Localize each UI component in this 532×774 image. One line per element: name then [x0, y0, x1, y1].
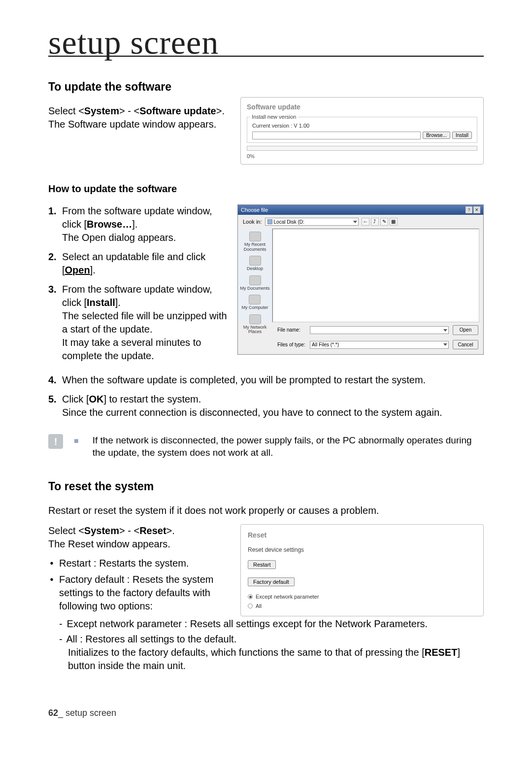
computer-icon — [249, 295, 261, 304]
choose-file-dialog: Choose file ? ✕ Look in: Local Disk (D: … — [237, 204, 484, 355]
software-update-panel: Software update Install new version Curr… — [240, 97, 484, 165]
views-icon[interactable]: ▦ — [390, 218, 398, 226]
filename-label: File name: — [277, 327, 307, 334]
firmware-path-input[interactable] — [252, 132, 421, 139]
step-1: From the software update window, click [… — [62, 204, 231, 244]
step-4: When the software update is completed, y… — [62, 373, 484, 387]
caution-icon: ! — [48, 434, 63, 449]
recent-icon — [249, 232, 261, 241]
places-desktop[interactable]: Desktop — [247, 256, 263, 271]
back-icon[interactable]: ← — [362, 218, 369, 226]
network-icon — [249, 314, 261, 324]
places-mydocs[interactable]: My Documents — [240, 275, 269, 291]
factory-default-button[interactable]: Factory default — [248, 577, 295, 586]
filetypes-label: Files of type: — [277, 341, 307, 348]
places-bar: My Recent Documents Desktop My Documents… — [238, 229, 272, 322]
page-number: 62 — [48, 708, 58, 718]
open-button[interactable]: Open — [453, 325, 478, 335]
install-new-version-legend: Install new version — [250, 113, 298, 121]
places-network[interactable]: My Network Places — [238, 314, 272, 335]
bullet-restart: Restart : Restarts the system. — [59, 557, 189, 570]
step-2: Select an updatable file and click [Open… — [62, 250, 231, 277]
lookin-dropdown[interactable]: Local Disk (D: — [265, 218, 359, 226]
chevron-down-icon — [443, 329, 447, 332]
cancel-button[interactable]: Cancel — [453, 340, 478, 350]
lookin-label: Look in: — [243, 218, 262, 226]
radio-all[interactable]: All — [248, 603, 476, 610]
up-folder-icon[interactable]: ⤴ — [371, 218, 379, 226]
caution-text: If the network is disconnected, the powe… — [93, 434, 484, 459]
howto-heading: How to update the software — [48, 182, 484, 196]
drive-icon — [267, 219, 272, 224]
update-progress-percent: 0% — [247, 153, 477, 160]
bullet-icon: ■ — [74, 436, 79, 446]
software-update-title: Software update — [247, 102, 477, 112]
step-5: Click [OK] to restart the system. Since … — [62, 393, 484, 419]
places-recent[interactable]: My Recent Documents — [238, 232, 272, 252]
filename-input[interactable] — [310, 326, 449, 334]
places-mycomputer[interactable]: My Computer — [241, 295, 268, 310]
install-button[interactable]: Install — [452, 132, 472, 139]
reset-panel: Reset Reset device settings Restart Fact… — [240, 524, 484, 616]
choose-file-title: Choose file — [241, 206, 268, 214]
sub-all-detail: Initializes to the factory defaults, whi… — [59, 646, 484, 673]
step-3: From the software update window, click [… — [62, 283, 231, 363]
current-version-text: Current version : V 1.00 — [252, 122, 472, 130]
section-heading-update: To update the software — [48, 79, 231, 95]
browse-button[interactable]: Browse... — [423, 132, 450, 139]
help-icon[interactable]: ? — [466, 206, 472, 213]
filetypes-dropdown[interactable]: All Files (*.*) — [310, 341, 449, 349]
reset-window-appears: The Reset window appears. — [48, 538, 231, 551]
reset-panel-title: Reset — [248, 531, 476, 540]
radio-icon — [248, 594, 253, 599]
file-list-area[interactable] — [272, 229, 479, 322]
documents-icon — [249, 275, 261, 285]
intro-line-2: The Software update window appears. — [48, 118, 231, 131]
sub-all: - All : Restores all settings to the def… — [59, 633, 484, 646]
chevron-down-icon — [353, 221, 357, 223]
bullet-factory: Factory default : Resets the system sett… — [59, 573, 231, 613]
new-folder-icon[interactable]: ✎ — [380, 218, 388, 226]
chevron-down-icon — [443, 343, 447, 346]
radio-except-network[interactable]: Except network parameter — [248, 593, 476, 601]
section-heading-reset: To reset the system — [48, 479, 484, 494]
restart-button[interactable]: Restart — [248, 560, 276, 569]
reset-select-line: Select <System> - <Reset>. — [48, 524, 231, 538]
page-footer: 62_ setup screen — [48, 707, 484, 719]
chapter-title: setup screen — [48, 30, 484, 57]
sub-except-network: - Except network parameter : Resets all … — [59, 617, 484, 631]
close-icon[interactable]: ✕ — [473, 206, 480, 213]
reset-device-settings-label: Reset device settings — [248, 546, 476, 554]
desktop-icon — [249, 256, 261, 266]
update-progress-bar — [247, 146, 477, 151]
intro-line-1: Select <System> - <Software update>. — [48, 104, 231, 118]
radio-icon — [248, 604, 253, 608]
reset-intro: Restart or reset the system if it does n… — [48, 504, 484, 517]
